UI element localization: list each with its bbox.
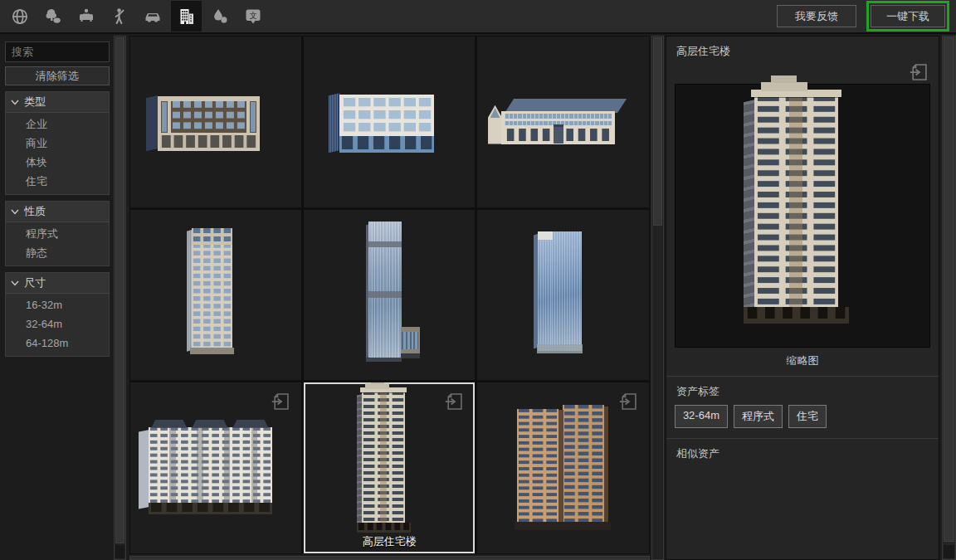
grid-scrollbar [651, 36, 664, 560]
filter-section-type: 类型 企业 商业 体块 住宅 [5, 91, 110, 195]
thumbnail-residential-highrise-cream [362, 392, 405, 533]
section-items: 16-32m 32-64m 64-128m [6, 294, 109, 356]
person-icon [110, 7, 129, 27]
sign-glyph: 文 [249, 10, 257, 19]
toolbar: 文 我要反馈 一键下载 [0, 0, 956, 34]
grid-item-tower-cream[interactable] [130, 210, 301, 381]
asset-preview [675, 84, 930, 348]
main-area: 清除筛选 类型 企业 商业 体块 住宅 性质 [0, 36, 956, 560]
tab-nature[interactable] [37, 2, 70, 32]
filter-item-procedural[interactable]: 程序式 [6, 224, 109, 243]
tags-section-title: 资产标签 [675, 377, 930, 405]
water-drop-icon [210, 7, 230, 27]
tab-sign[interactable]: 文 [237, 2, 270, 32]
filter-item-static[interactable]: 静态 [6, 243, 109, 262]
filter-item-massing[interactable]: 体块 [6, 153, 109, 172]
car-icon [143, 7, 163, 27]
asset-grid: 高层住宅楼 [129, 36, 650, 554]
page-scrollbar [942, 36, 956, 560]
category-tabs: 文 [0, 1, 270, 32]
detail-title: 高层住宅楼 [675, 41, 930, 59]
export-icon[interactable] [617, 390, 640, 412]
tree-icon [43, 7, 63, 27]
tab-building[interactable] [171, 1, 202, 32]
grid-item-warehouse[interactable] [477, 37, 648, 207]
tab-water[interactable] [203, 2, 237, 32]
selected-item-label: 高层住宅楼 [304, 534, 475, 549]
thumbnail-caption: 缩略图 [675, 348, 930, 376]
thumbnail-residential-twin-brown [517, 405, 609, 528]
tag-residential[interactable]: 住宅 [788, 405, 827, 428]
building-icon [177, 7, 197, 27]
thumbnail-office-midrise-white-blue [339, 95, 434, 153]
grid-item-glass-blue[interactable] [477, 210, 648, 381]
export-icon[interactable] [908, 61, 930, 83]
sofa-icon [76, 7, 96, 27]
sidebar-scrollbar-button[interactable] [115, 545, 124, 558]
sidebar-scrollbar [114, 36, 126, 560]
detail-header-actions [675, 59, 930, 84]
section-title: 尺寸 [24, 275, 46, 290]
filter-sidebar: 清除筛选 类型 企业 商业 体块 住宅 性质 [5, 41, 110, 560]
grid-scrollbar-thumb[interactable] [653, 37, 662, 226]
section-title: 性质 [24, 204, 46, 219]
filter-item-32-64m[interactable]: 32-64m [6, 314, 109, 334]
tab-globe[interactable] [3, 2, 37, 32]
tag-size[interactable]: 32-64m [675, 405, 728, 428]
tab-vehicle[interactable] [136, 2, 169, 32]
filter-item-16-32m[interactable]: 16-32m [6, 295, 109, 314]
download-highlight-frame: 一键下载 [866, 1, 949, 32]
thumbnail-tower-cream-grid [192, 228, 233, 354]
grid-item-office-white-blue[interactable] [304, 37, 475, 207]
asset-library-window: 文 我要反馈 一键下载 清除筛选 类型 企业 商业 体块 [0, 0, 956, 560]
section-items: 程序式 静态 [6, 222, 109, 265]
grid-item-residential-highrise-selected[interactable]: 高层住宅楼 [304, 382, 475, 553]
toolbar-actions: 我要反馈 一键下载 [777, 1, 956, 32]
filter-item-commercial[interactable]: 商业 [6, 134, 109, 153]
tab-furniture[interactable] [70, 2, 103, 32]
thumbnail-office-lowrise-tan [158, 96, 261, 151]
sidebar-scrollbar-thumb[interactable] [115, 37, 124, 543]
filter-section-size: 尺寸 16-32m 32-64m 64-128m [5, 272, 110, 357]
filter-item-64-128m[interactable]: 64-128m [6, 334, 109, 353]
page-scrollbar-thumb[interactable] [944, 37, 954, 542]
thumbnail-glass-tower-podium [368, 222, 401, 362]
globe-icon [10, 7, 30, 27]
tab-character[interactable] [103, 2, 136, 32]
similar-assets-area [675, 467, 930, 559]
export-icon[interactable] [443, 390, 466, 412]
clear-filters-button[interactable]: 清除筛选 [5, 66, 110, 85]
similar-section-title: 相似资产 [675, 439, 930, 467]
grid-item-residential-twin[interactable] [477, 382, 648, 553]
grid-horizontal-scrollbar[interactable] [129, 556, 650, 560]
grid-item-glass-podium[interactable] [304, 210, 475, 381]
grid-item-residential-complex[interactable] [130, 382, 301, 553]
asset-tags: 32-64m 程序式 住宅 [675, 405, 930, 438]
section-title: 类型 [24, 95, 46, 110]
section-header-size[interactable]: 尺寸 [6, 273, 109, 294]
search-input[interactable] [5, 41, 110, 62]
chevron-down-icon [11, 100, 19, 105]
detail-panel: 高层住宅楼 缩略图 资产标签 32-64m 程序式 住宅 相似资产 [666, 36, 939, 560]
section-items: 企业 商业 体块 住宅 [6, 113, 109, 194]
section-header-nature[interactable]: 性质 [6, 202, 109, 222]
filter-item-residential[interactable]: 住宅 [6, 172, 109, 191]
export-icon[interactable] [270, 390, 292, 412]
grid-item-office-tan[interactable] [130, 37, 301, 207]
sign-text-icon: 文 [243, 7, 263, 27]
feedback-button[interactable]: 我要反馈 [777, 5, 856, 27]
thumbnail-residential-complex-white [149, 427, 272, 513]
download-button[interactable]: 一键下载 [871, 5, 945, 27]
asset-grid-column: 高层住宅楼 [129, 36, 650, 560]
page-scrollbar-button[interactable] [944, 545, 954, 558]
thumbnail-warehouse-blue-roof [501, 111, 614, 144]
filter-section-nature: 性质 程序式 静态 [5, 201, 110, 266]
chevron-down-icon [11, 209, 19, 215]
section-header-type[interactable]: 类型 [6, 92, 109, 113]
thumbnail-glass-tower-blue [538, 231, 583, 351]
chevron-down-icon [11, 280, 19, 286]
tag-procedural[interactable]: 程序式 [734, 405, 783, 428]
filter-item-enterprise[interactable]: 企业 [6, 114, 109, 134]
preview-residential-highrise-cream [754, 95, 838, 324]
